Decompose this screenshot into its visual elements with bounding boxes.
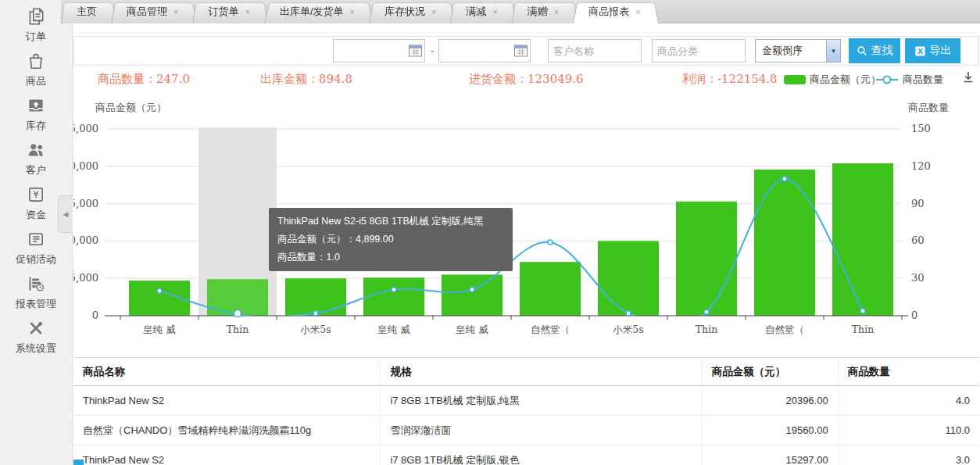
tab-gift[interactable]: 满赠×	[512, 0, 578, 23]
svg-text:皇纯 威: 皇纯 威	[377, 324, 410, 335]
legend-amount[interactable]: 商品金额（元）	[784, 73, 881, 87]
tab-order-form[interactable]: 订货单×	[192, 0, 268, 23]
customers-icon	[26, 140, 46, 160]
date-range-separator: -	[431, 45, 434, 56]
calendar-icon[interactable]	[514, 45, 528, 57]
main-content: - 金额倒序 ▼ 查找 X 导出 商品数量：247.0 出库金额：894.8 进…	[73, 23, 980, 465]
col-amount: 商品金额（元）	[702, 358, 838, 386]
stat-outbound-amount: 出库金额：894.8	[260, 72, 352, 87]
svg-text:15,000: 15,000	[73, 198, 98, 209]
sidebar-item-customers[interactable]: 客户	[0, 134, 72, 178]
legend-quantity[interactable]: 商品数量	[875, 73, 943, 87]
table-row[interactable]: ThinkPad New S2 i7 8GB 1TB机械 定制版,银色 1529…	[73, 445, 979, 465]
sidebar-item-label: 系统设置	[16, 342, 56, 356]
tab-bar: 主页 商品管理× 订货单× 出库单/发货单× 库存状况× 满减× 满赠× 商品报…	[61, 0, 980, 23]
svg-text:自然堂（: 自然堂（	[531, 324, 570, 335]
close-icon[interactable]: ×	[635, 8, 640, 16]
sidebar-item-settings[interactable]: 系统设置	[0, 312, 72, 356]
tab-outbound-shipment[interactable]: 出库单/发货单×	[264, 0, 374, 23]
products-icon	[26, 51, 46, 71]
col-product-name: 商品名称	[73, 358, 381, 386]
sidebar-collapse-handle[interactable]: ◀	[58, 195, 73, 233]
legend-quantity-label: 商品数量	[903, 73, 943, 87]
sidebar-item-label: 报表管理	[16, 297, 56, 311]
legend-line-swatch	[875, 74, 899, 85]
sidebar-item-products[interactable]: 商品	[0, 45, 72, 89]
svg-text:5,000: 5,000	[73, 272, 98, 284]
svg-text:皇纯 威: 皇纯 威	[456, 324, 488, 335]
excel-export-icon: X	[914, 45, 926, 57]
calendar-icon[interactable]	[409, 45, 422, 57]
chevron-left-icon: ◀	[63, 210, 69, 218]
tooltip-title: ThinkPad New S2-i5 8GB 1TB机械 定制版,纯黑	[277, 213, 504, 231]
promotions-icon	[26, 229, 46, 249]
svg-text:X: X	[917, 47, 923, 55]
partial-footer-element	[73, 460, 84, 465]
search-icon	[857, 45, 867, 56]
close-icon[interactable]: ×	[492, 8, 497, 16]
sidebar-item-label: 客户	[26, 163, 46, 177]
search-button[interactable]: 查找	[849, 38, 900, 63]
svg-text:0: 0	[92, 309, 98, 321]
date-to-field[interactable]	[438, 39, 531, 63]
chart-svg[interactable]: 005,0003010,0006015,0009020,00012025,000…	[73, 100, 979, 347]
export-button[interactable]: X 导出	[905, 38, 960, 63]
orders-icon	[26, 6, 46, 27]
tab-home[interactable]: 主页	[61, 0, 116, 23]
stat-profit: 利润：-122154.8	[682, 72, 778, 87]
col-quantity: 商品数量	[838, 358, 979, 386]
tab-product-report[interactable]: 商品报表×	[573, 0, 659, 23]
sidebar-item-label: 库存	[26, 119, 46, 133]
close-icon[interactable]: ×	[245, 8, 249, 16]
svg-text:25,000: 25,000	[73, 123, 98, 134]
svg-text:小米5s: 小米5s	[300, 324, 331, 335]
date-from-field[interactable]	[333, 39, 425, 63]
sort-order-value: 金额倒序	[756, 44, 826, 58]
tab-product-management[interactable]: 商品管理×	[111, 0, 197, 23]
close-icon[interactable]: ×	[350, 8, 355, 16]
reports-icon	[26, 274, 46, 294]
tooltip-amount: 商品金额（元）：4,899.00	[277, 231, 504, 249]
funds-icon: ¥	[26, 184, 46, 205]
chevron-down-icon: ▼	[826, 40, 840, 62]
sidebar-item-label: 商品	[26, 74, 46, 88]
table-header-row: 商品名称 规格 商品金额（元） 商品数量	[73, 358, 979, 386]
sidebar-item-label: 订单	[26, 30, 46, 44]
customer-name-input[interactable]	[548, 39, 642, 63]
legend-amount-label: 商品金额（元）	[810, 73, 881, 87]
date-from-input[interactable]	[334, 40, 406, 62]
svg-text:皇纯 威: 皇纯 威	[143, 324, 176, 335]
filter-toolbar: - 金额倒序 ▼ 查找 X 导出	[73, 36, 979, 66]
svg-text:150: 150	[911, 123, 931, 134]
settings-icon	[26, 318, 46, 338]
close-icon[interactable]: ×	[554, 8, 559, 16]
close-icon[interactable]: ×	[173, 8, 178, 16]
svg-text:商品金额（元）: 商品金额（元）	[95, 102, 166, 113]
sidebar-item-label: 促销活动	[16, 252, 56, 266]
table-row[interactable]: 自然堂（CHANDO）雪域精粹纯粹滋润洗颜霜110g 雪润深澈洁面 19560.…	[73, 416, 979, 445]
report-chart[interactable]: 005,0003010,0006015,0009020,00012025,000…	[73, 100, 979, 347]
svg-text:90: 90	[911, 198, 925, 209]
svg-text:Thin: Thin	[852, 324, 874, 335]
date-to-input[interactable]	[439, 40, 511, 62]
close-icon[interactable]: ×	[431, 8, 436, 16]
sidebar-item-label: 资金	[26, 208, 46, 222]
svg-text:120: 120	[911, 160, 931, 172]
svg-text:Thin: Thin	[696, 324, 717, 335]
tab-inventory-status[interactable]: 库存状况×	[369, 0, 455, 23]
product-category-input[interactable]	[652, 39, 746, 63]
tab-discount[interactable]: 满减×	[450, 0, 516, 23]
svg-text:商品数量: 商品数量	[908, 102, 949, 113]
download-icon[interactable]	[961, 70, 975, 88]
table-row[interactable]: ThinkPad New S2 i7 8GB 1TB机械 定制版,纯黑 2039…	[73, 386, 979, 416]
svg-text:10,000: 10,000	[73, 234, 98, 246]
svg-text:20,000: 20,000	[73, 160, 98, 172]
sort-order-select[interactable]: 金额倒序 ▼	[755, 39, 841, 63]
sidebar-item-reports[interactable]: 报表管理	[0, 267, 72, 312]
sidebar-item-inventory[interactable]: 库存	[0, 89, 72, 134]
stat-product-quantity: 商品数量：247.0	[98, 72, 190, 87]
svg-text:30: 30	[911, 272, 925, 284]
svg-text:Thin: Thin	[227, 324, 249, 335]
svg-text:小米5s: 小米5s	[613, 324, 643, 335]
svg-text:0: 0	[911, 309, 917, 321]
